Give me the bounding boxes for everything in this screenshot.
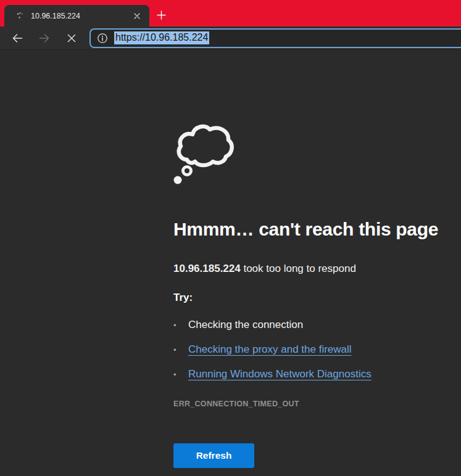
plus-icon [157, 10, 166, 20]
list-item: • Checking the connection [173, 319, 372, 330]
stop-x-icon [66, 33, 77, 44]
suggestion-list: • Checking the connection • Checking the… [173, 319, 372, 393]
list-item: • Running Windows Network Diagnostics [173, 368, 372, 380]
thought-bubble-cloud-icon [172, 121, 235, 187]
list-item: • Checking the proxy and the firewall [173, 343, 372, 355]
browser-tab[interactable]: 10.96.185.224 [4, 5, 149, 27]
back-button[interactable] [7, 29, 27, 47]
url-selected-text: https://10.96.185.224 [114, 31, 209, 44]
forward-arrow-icon [38, 32, 51, 44]
tab-strip: 10.96.185.224 [0, 0, 461, 27]
error-host: 10.96.185.224 [173, 263, 241, 274]
error-subtitle-text: took too long to respond [241, 263, 356, 274]
tab-close-icon[interactable] [131, 10, 143, 22]
network-diagnostics-link[interactable]: Running Windows Network Diagnostics [188, 368, 372, 380]
site-info-icon[interactable] [96, 32, 109, 44]
navigation-toolbar: https://10.96.185.224 [0, 27, 461, 50]
tab-loading-spinner-icon [15, 11, 25, 21]
address-bar[interactable]: https://10.96.185.224 [89, 28, 461, 48]
tab-title: 10.96.185.224 [31, 12, 131, 20]
error-subtitle: 10.96.185.224 took too long to respond [173, 263, 356, 275]
stop-button[interactable] [62, 29, 81, 47]
suggestion-text: Checking the connection [188, 319, 303, 331]
bullet-icon: • [173, 321, 188, 330]
bullet-icon: • [173, 345, 188, 355]
back-arrow-icon [11, 32, 23, 44]
error-page: Hmmm… can't reach this page 10.96.185.22… [0, 50, 461, 476]
bullet-icon: • [173, 370, 188, 379]
new-tab-button[interactable] [153, 7, 169, 23]
try-label: Try: [173, 292, 193, 304]
error-title: Hmmm… can't reach this page [173, 219, 438, 240]
forward-button[interactable] [35, 29, 54, 47]
error-code: ERR_CONNECTION_TIMED_OUT [173, 400, 299, 408]
proxy-firewall-link[interactable]: Checking the proxy and the firewall [188, 343, 352, 356]
refresh-button[interactable]: Refresh [173, 443, 254, 468]
browser-window: 10.96.185.224 [0, 0, 461, 476]
